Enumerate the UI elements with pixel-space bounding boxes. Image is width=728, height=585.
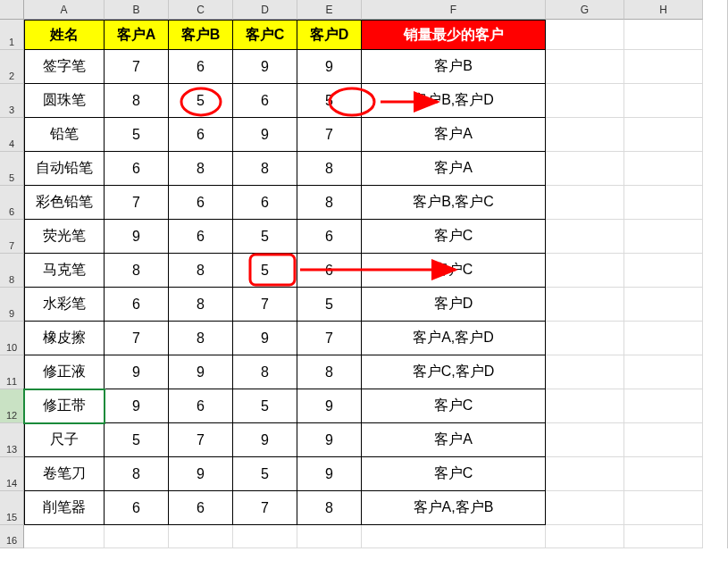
cell-D7[interactable]: 5 [233,220,297,254]
cell-H10[interactable] [624,322,703,355]
cell-H13[interactable] [624,423,703,457]
cell-H16[interactable] [624,525,703,548]
cell-A1[interactable]: 姓名 [24,20,105,50]
cell-H3[interactable] [624,84,703,118]
col-head-H[interactable]: H [624,0,703,20]
row-head-3[interactable]: 3 [0,84,24,118]
cell-C11[interactable]: 9 [169,355,233,389]
cell-C10[interactable]: 8 [169,322,233,355]
cell-H2[interactable] [624,50,703,84]
row-head-5[interactable]: 5 [0,152,24,186]
cell-F8[interactable]: 客户C [362,254,546,288]
cell-C3[interactable]: 5 [169,84,233,118]
cell-A2[interactable]: 签字笔 [24,50,105,84]
cell-C5[interactable]: 8 [169,152,233,186]
cell-A9[interactable]: 水彩笔 [24,288,105,322]
cell-B16[interactable] [105,525,169,548]
cell-G2[interactable] [546,50,624,84]
cell-B8[interactable]: 8 [105,254,169,288]
cell-B1[interactable]: 客户A [105,20,169,50]
cell-G8[interactable] [546,254,624,288]
row-head-13[interactable]: 13 [0,423,24,457]
cell-H9[interactable] [624,288,703,322]
col-head-F[interactable]: F [362,0,546,20]
cell-D10[interactable]: 9 [233,322,297,355]
cell-G3[interactable] [546,84,624,118]
cell-B3[interactable]: 8 [105,84,169,118]
cell-B14[interactable]: 8 [105,457,169,491]
cell-H6[interactable] [624,186,703,220]
cell-B4[interactable]: 5 [105,118,169,152]
cell-F10[interactable]: 客户A,客户D [362,322,546,355]
cell-E4[interactable]: 7 [297,118,362,152]
cell-D2[interactable]: 9 [233,50,297,84]
cell-F14[interactable]: 客户C [362,457,546,491]
cell-D15[interactable]: 7 [233,491,297,525]
cell-A3[interactable]: 圆珠笔 [24,84,105,118]
cell-D9[interactable]: 7 [233,288,297,322]
row-head-16[interactable]: 16 [0,525,24,548]
select-all-corner[interactable] [0,0,24,20]
cell-D4[interactable]: 9 [233,118,297,152]
row-head-2[interactable]: 2 [0,50,24,84]
cell-F11[interactable]: 客户C,客户D [362,355,546,389]
cell-E11[interactable]: 8 [297,355,362,389]
cell-E1[interactable]: 客户D [297,20,362,50]
cell-D5[interactable]: 8 [233,152,297,186]
row-head-10[interactable]: 10 [0,322,24,355]
row-head-4[interactable]: 4 [0,118,24,152]
cell-C2[interactable]: 6 [169,50,233,84]
cell-H5[interactable] [624,152,703,186]
row-head-6[interactable]: 6 [0,186,24,220]
cell-F3[interactable]: 客户B,客户D [362,84,546,118]
cell-A8[interactable]: 马克笔 [24,254,105,288]
cell-E14[interactable]: 9 [297,457,362,491]
cell-H4[interactable] [624,118,703,152]
cell-B12[interactable]: 9 [105,389,169,423]
cell-C1[interactable]: 客户B [169,20,233,50]
cell-E9[interactable]: 5 [297,288,362,322]
cell-F9[interactable]: 客户D [362,288,546,322]
cell-B15[interactable]: 6 [105,491,169,525]
cell-B10[interactable]: 7 [105,322,169,355]
row-head-1[interactable]: 1 [0,20,24,50]
cell-C15[interactable]: 6 [169,491,233,525]
cell-G16[interactable] [546,525,624,548]
cell-G15[interactable] [546,491,624,525]
cell-A11[interactable]: 修正液 [24,355,105,389]
cell-C9[interactable]: 8 [169,288,233,322]
cell-D16[interactable] [233,525,297,548]
cell-A14[interactable]: 卷笔刀 [24,457,105,491]
col-head-G[interactable]: G [546,0,624,20]
cell-H1[interactable] [624,20,703,50]
cell-G4[interactable] [546,118,624,152]
cell-G11[interactable] [546,355,624,389]
cell-F12[interactable]: 客户C [362,389,546,423]
row-head-12[interactable]: 12 [0,389,24,423]
cell-D13[interactable]: 9 [233,423,297,457]
cell-B9[interactable]: 6 [105,288,169,322]
cell-F13[interactable]: 客户A [362,423,546,457]
cell-F5[interactable]: 客户A [362,152,546,186]
col-head-A[interactable]: A [24,0,105,20]
cell-H11[interactable] [624,355,703,389]
cell-H7[interactable] [624,220,703,254]
cell-E2[interactable]: 9 [297,50,362,84]
cell-B2[interactable]: 7 [105,50,169,84]
cell-B5[interactable]: 6 [105,152,169,186]
cell-F7[interactable]: 客户C [362,220,546,254]
cell-A16[interactable] [24,525,105,548]
cell-D3[interactable]: 6 [233,84,297,118]
col-head-D[interactable]: D [233,0,297,20]
cell-D14[interactable]: 5 [233,457,297,491]
cell-E13[interactable]: 9 [297,423,362,457]
cell-B13[interactable]: 5 [105,423,169,457]
cell-E10[interactable]: 7 [297,322,362,355]
cell-F2[interactable]: 客户B [362,50,546,84]
cell-G14[interactable] [546,457,624,491]
cell-C7[interactable]: 6 [169,220,233,254]
cell-A12[interactable]: 修正带 [24,389,105,423]
cell-A5[interactable]: 自动铅笔 [24,152,105,186]
cell-H8[interactable] [624,254,703,288]
cell-C4[interactable]: 6 [169,118,233,152]
